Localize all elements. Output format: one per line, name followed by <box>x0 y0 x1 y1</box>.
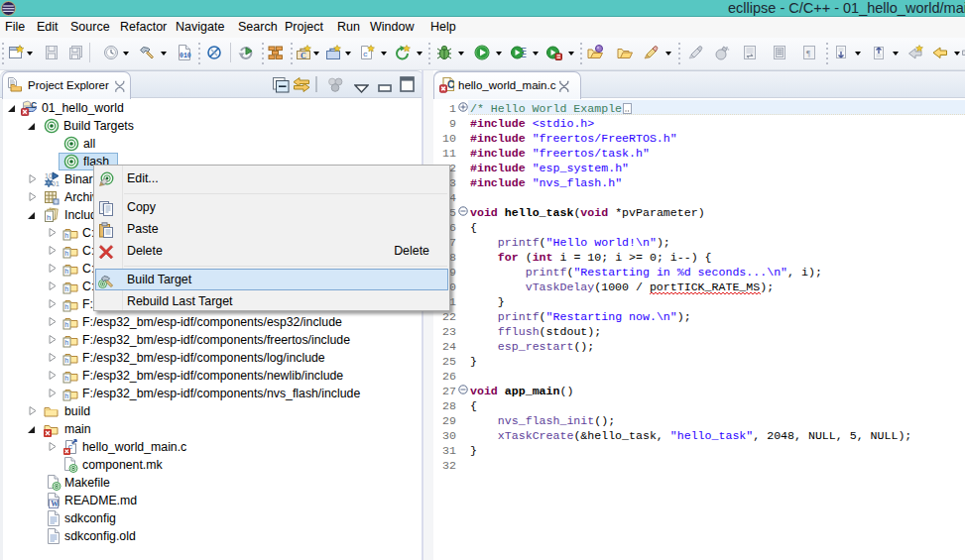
svg-text:c: c <box>363 50 368 58</box>
svg-text:010: 010 <box>180 53 191 59</box>
svg-text:¶: ¶ <box>806 49 810 58</box>
svg-text:C: C <box>301 52 306 60</box>
